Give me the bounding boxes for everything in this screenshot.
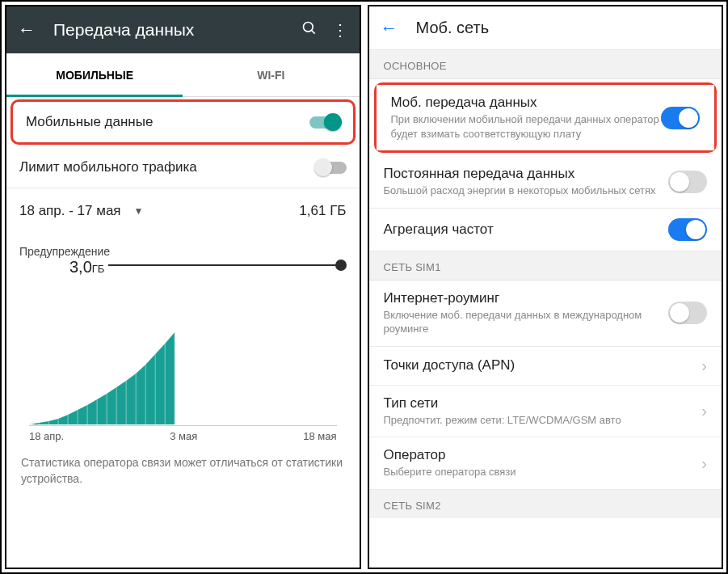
app-bar: ← Передача данных ⋮ bbox=[6, 6, 360, 53]
operator-title: Оператор bbox=[384, 447, 702, 463]
back-arrow-icon[interactable]: ← bbox=[18, 19, 36, 40]
phone-left-data-usage: ← Передача данных ⋮ МОБИЛЬНЫЕ WI-FI Моби… bbox=[5, 5, 361, 569]
chevron-right-icon: › bbox=[701, 454, 707, 473]
operator-desc: Выберите оператора связи bbox=[384, 465, 702, 479]
chevron-right-icon: › bbox=[701, 402, 707, 420]
network-type-row[interactable]: Тип сети Предпочтит. режим сети: LTE/WCD… bbox=[369, 386, 722, 438]
warn-label: Предупреждение bbox=[19, 245, 110, 258]
mobile-data-row[interactable]: Моб. передача данных При включении мобил… bbox=[377, 85, 715, 150]
date-range-text: 18 апр. - 17 мая bbox=[19, 203, 121, 219]
network-type-desc: Предпочтит. режим сети: LTE/WCDMA/GSM ав… bbox=[384, 413, 702, 428]
operator-row[interactable]: Оператор Выберите оператора связи › bbox=[369, 437, 722, 490]
always-on-switch[interactable] bbox=[668, 171, 707, 193]
apn-title: Точки доступа (APN) bbox=[384, 357, 702, 374]
usage-chart: Предупреждение 3,0ГБ 18 апр. 3 мая 18 ма… bbox=[6, 234, 360, 450]
roaming-title: Интернет-роуминг bbox=[384, 290, 669, 306]
roaming-row[interactable]: Интернет-роуминг Включение моб. передачи… bbox=[369, 281, 722, 347]
carrier-aggregation-row[interactable]: Агрегация частот bbox=[369, 209, 722, 251]
back-arrow-icon[interactable]: ← bbox=[381, 18, 398, 39]
section-sim2: СЕТЬ SIM2 bbox=[369, 490, 722, 518]
chevron-right-icon: › bbox=[701, 357, 707, 375]
phone-right-mobile-network: ← Моб. сеть ОСНОВНОЕ Моб. передача данны… bbox=[368, 5, 724, 569]
always-on-desc: Большой расход энергии в некоторых мобил… bbox=[384, 184, 669, 198]
section-main: ОСНОВНОЕ bbox=[369, 50, 722, 79]
mobile-data-row[interactable]: Мобильные данные bbox=[13, 102, 353, 142]
svg-point-0 bbox=[303, 22, 313, 32]
mobile-data-title: Моб. передача данных bbox=[391, 95, 662, 111]
apn-row[interactable]: Точки доступа (APN) › bbox=[369, 347, 722, 386]
page-title: Передача данных bbox=[53, 20, 301, 40]
date-range-row[interactable]: 18 апр. - 17 мая ▼ 1,61 ГБ bbox=[6, 188, 360, 234]
usage-area-chart bbox=[29, 287, 337, 424]
warn-value: 3,0ГБ bbox=[69, 258, 104, 276]
data-limit-row[interactable]: Лимит мобильного трафика bbox=[6, 147, 360, 188]
mobile-data-label: Мобильные данные bbox=[26, 114, 309, 130]
always-on-title: Постоянная передача данных bbox=[384, 166, 669, 182]
aggregation-switch[interactable] bbox=[668, 218, 707, 241]
roaming-desc: Включение моб. передачи данных в междуна… bbox=[384, 308, 669, 336]
warn-threshold-handle[interactable] bbox=[335, 260, 347, 271]
tab-mobile[interactable]: МОБИЛЬНЫЕ bbox=[6, 53, 183, 96]
chart-x-labels: 18 апр. 3 мая 18 мая bbox=[29, 430, 337, 442]
warn-threshold-line[interactable] bbox=[108, 264, 343, 266]
page-title: Моб. сеть bbox=[416, 19, 490, 37]
mobile-data-desc: При включении мобильной передачи данных … bbox=[391, 112, 662, 141]
dropdown-triangle-icon[interactable]: ▼ bbox=[134, 205, 144, 217]
highlighted-mobile-data-row: Моб. передача данных При включении мобил… bbox=[374, 82, 717, 153]
usage-value: 1,61 ГБ bbox=[299, 203, 346, 219]
tab-wifi[interactable]: WI-FI bbox=[183, 53, 359, 96]
always-on-data-row[interactable]: Постоянная передача данных Большой расхо… bbox=[369, 156, 722, 209]
section-sim1: СЕТЬ SIM1 bbox=[369, 251, 722, 281]
search-icon[interactable] bbox=[301, 20, 318, 40]
mobile-data-switch[interactable] bbox=[309, 116, 340, 129]
tabs: МОБИЛЬНЫЕ WI-FI bbox=[6, 53, 360, 97]
data-limit-label: Лимит мобильного трафика bbox=[19, 159, 316, 175]
aggregation-title: Агрегация частот bbox=[384, 222, 669, 238]
app-bar: ← Моб. сеть bbox=[369, 6, 722, 50]
stats-note: Статистика оператора связи может отличат… bbox=[6, 450, 360, 495]
overflow-menu-icon[interactable]: ⋮ bbox=[332, 20, 348, 40]
svg-line-1 bbox=[311, 30, 314, 33]
data-limit-switch[interactable] bbox=[316, 162, 347, 174]
mobile-data-switch[interactable] bbox=[661, 107, 700, 129]
highlighted-mobile-data-row: Мобильные данные bbox=[11, 99, 356, 145]
network-type-title: Тип сети bbox=[384, 395, 702, 412]
roaming-switch[interactable] bbox=[668, 302, 707, 324]
